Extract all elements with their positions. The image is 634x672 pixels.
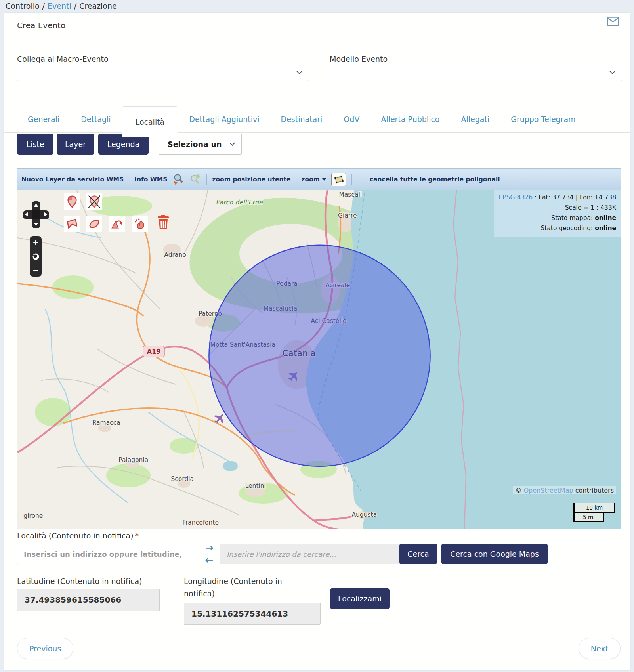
map-label-francofonte: Francofonte [182,519,219,526]
geocoding-status: Stato geocoding: online [499,223,616,233]
add-marker-tool[interactable] [64,193,80,210]
liste-button[interactable]: Liste [17,134,53,155]
swap-arrows[interactable]: → ← [201,543,218,565]
draw-polygon-tool[interactable] [64,216,80,232]
map-lake [223,461,238,471]
toolbar-separator [129,174,129,185]
map-basemap: A19 MascaliParco dell'EtnaGiarreAdranoPe… [17,190,621,529]
page-title: Crea Evento [17,21,65,30]
cerca-google-maps-button[interactable]: Cerca con Google Maps [441,544,548,564]
arrow-left-icon: ← [205,555,214,565]
latitudine-input[interactable] [17,589,160,611]
modify-geometry-tool[interactable] [109,216,125,232]
breadcrumb-separator: / [42,2,45,10]
zoom-extent-icon[interactable] [172,174,184,185]
cerca-button[interactable]: Cerca [399,544,437,564]
map-canvas[interactable]: A19 MascaliParco dell'EtnaGiarreAdranoPe… [17,190,621,529]
tab-localita[interactable]: Località [122,106,179,137]
pan-up-button[interactable] [34,204,38,207]
draw-ellipse-tool[interactable] [86,216,102,232]
map-info-box: EPSG:4326 : Lat: 37.734 | Lon: 14.738 Sc… [494,190,621,237]
epsg-link[interactable]: EPSG:4326 [499,194,533,201]
delete-geometries-tool[interactable] [155,214,171,231]
map-zoom-control: + − [30,236,42,277]
map-pan-control [23,201,49,228]
svg-text:A19: A19 [147,348,161,355]
breadcrumb-separator: / [74,2,76,10]
map-toolbar: Nuovo Layer da servizio WMS Info WMS zoo… [17,168,621,190]
openstreetmap-link[interactable]: OpenStreetMap [523,487,573,494]
breadcrumb-eventi[interactable]: Eventi [48,2,71,10]
breadcrumb-controllo[interactable]: Controllo [6,2,40,10]
localizzami-button[interactable]: Localizzami [330,588,390,609]
longitudine-input[interactable] [184,603,321,625]
tab-odv[interactable]: OdV [333,106,370,132]
modello-evento-select[interactable] [330,63,622,81]
marker-pin-icon [66,195,78,209]
search-address-input[interactable] [220,544,400,564]
seleziona-value: Seleziona un [168,140,222,149]
zoom-out-button[interactable]: − [32,267,39,274]
wms-info-button[interactable]: Info WMS [134,176,167,183]
map-label-ramacca: Ramacca [92,419,120,426]
zoom-dropdown[interactable]: zoom [301,176,326,183]
pan-down-button[interactable] [34,223,38,226]
zoom-user-position-button[interactable]: zoom posizione utente [212,176,290,183]
scalebar-mi: 5 mi [573,513,604,522]
clear-polygons-button[interactable]: cancella tutte le geometrie poligonali [370,176,500,183]
modify-geometry-icon [111,218,123,230]
chevron-down-icon [296,68,303,74]
map-label-scordia: Scordia [171,475,194,483]
drag-geometry-tool[interactable] [132,216,148,232]
map-label-lentini: Lentini [245,482,266,489]
toolbar-separator [206,174,207,185]
breadcrumb: Controllo/Eventi/Creazione [6,2,117,10]
draw-polygon-toolbar-button[interactable] [331,173,346,186]
map-scalebar: 10 km 5 mi [573,503,615,522]
previous-button[interactable]: Previous [17,638,73,659]
map-label-giarre: Giarre [338,212,357,219]
longitudine-label: Longitudine (Contenuto in notifica) [184,575,285,600]
remove-marker-tool[interactable] [86,193,102,210]
wms-new-layer-button[interactable]: Nuovo Layer da servizio WMS [21,176,124,183]
tab-dettagli[interactable]: Dettagli [70,106,121,132]
zoom-in-button[interactable]: + [32,239,39,246]
modello-evento-label: Modello Evento [330,55,388,63]
localita-label: Località (Contenuto in notifica)* [17,531,139,540]
marker-pin-crossed-icon [88,194,101,209]
toolbar-separator [296,174,296,185]
polygon-icon [66,218,78,230]
toolbar-separator [351,174,352,185]
road-badge-a19: A19 [143,346,164,357]
hand-drag-icon [134,218,146,230]
crea-evento-card: Crea Evento Collega al Macro-Evento Mode… [4,13,630,670]
zoom-selection-icon[interactable] [189,174,201,185]
map-label-adrano: Adrano [164,251,186,258]
ellipse-icon [88,218,101,230]
chevron-down-icon [229,140,235,146]
tab-allegati[interactable]: Allegati [450,106,500,132]
pan-right-button[interactable] [44,212,47,217]
latitudine-label: Latitudine (Contenuto in notifica) [17,575,142,588]
tab-destinatari[interactable]: Destinatari [270,106,333,132]
macro-evento-label: Collega al Macro-Evento [17,55,109,63]
layer-button[interactable]: Layer [57,134,94,155]
arrow-right-icon: → [205,543,214,553]
macro-evento-select[interactable] [17,63,309,81]
pan-left-button[interactable] [25,212,28,217]
geofence-circle[interactable] [209,245,430,466]
envelope-icon[interactable] [607,17,619,26]
map-label-augusta: Augusta [351,511,377,518]
tab-gruppo-telegram[interactable]: Gruppo Telegram [500,106,586,132]
chevron-down-icon [609,68,616,74]
next-button[interactable]: Next [579,638,621,659]
required-asterisk: * [135,531,139,540]
globe-icon[interactable] [32,253,40,260]
draw-polygon-icon [334,175,344,184]
address-input[interactable] [17,544,197,564]
tab-generali[interactable]: Generali [17,106,70,132]
map-label-girone: girone [23,512,43,519]
scalebar-km: 10 km [573,503,615,513]
tab-allerta-pubblico[interactable]: Allerta Pubblico [370,106,450,132]
tab-dettagli-aggiuntivi[interactable]: Dettagli Aggiuntivi [178,106,270,132]
